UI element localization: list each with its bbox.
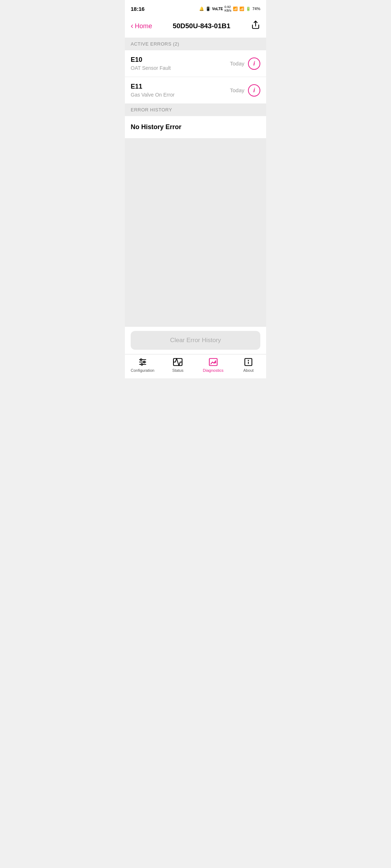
active-errors-list: E10 OAT Sensor Fault Today i E11 Gas Val… [125,50,266,103]
clear-btn-container: Clear Error History [125,326,266,354]
info-button-e11[interactable]: i [248,84,260,97]
data-speed: 0.92KB/s [224,5,231,12]
back-chevron-icon: ‹ [131,22,133,30]
vibrate-icon: 📳 [206,7,211,11]
battery-percent: 74% [252,7,260,11]
error-info-e11: E11 Gas Valve On Error [131,83,230,98]
bottom-nav: Configuration Status Diagnostics About [125,354,266,378]
svg-point-4 [140,359,142,360]
error-item-e10: E10 OAT Sensor Fault Today i [125,50,266,77]
empty-area [125,138,266,326]
nav-item-about[interactable]: About [236,357,261,373]
svg-point-6 [141,363,142,365]
error-code-e10: E10 [131,56,230,64]
no-history-text: No History Error [131,123,181,131]
error-code-e11: E11 [131,83,230,90]
header: ‹ Home 50D50U-843-01B1 [125,16,266,38]
notification-icon: 🔔 [199,7,204,11]
nav-label-configuration: Configuration [131,368,154,373]
clear-error-history-button[interactable]: Clear Error History [131,331,260,350]
diagnostics-icon [209,357,218,367]
battery-icon: 🔋 [246,7,251,11]
about-icon [244,357,253,367]
error-history-section-header: ERROR HISTORY [125,103,266,116]
nav-item-configuration[interactable]: Configuration [130,357,155,373]
info-button-e10[interactable]: i [248,58,260,70]
error-date-e10: Today [230,60,244,67]
error-date-e11: Today [230,87,244,93]
wifi-icon: 📶 [233,7,238,11]
share-button[interactable] [251,20,260,32]
error-desc-e10: OAT Sensor Fault [131,65,230,71]
status-icons: 🔔 📳 VoLTE 0.92KB/s 📶 📶 🔋 74% [199,5,260,12]
status-time: 18:16 [131,6,144,12]
error-meta-e10: Today i [230,58,260,70]
error-item-e11: E11 Gas Valve On Error Today i [125,77,266,103]
no-history-container: No History Error [125,116,266,138]
signal-icon: 📶 [239,7,244,11]
active-errors-section-header: ACTIVE ERRORS (2) [125,38,266,50]
back-button[interactable]: ‹ Home [131,22,152,30]
share-icon [251,20,260,30]
status-icon [173,357,182,367]
configuration-icon [138,357,147,367]
error-info-e10: E10 OAT Sensor Fault [131,56,230,71]
back-label: Home [135,22,152,30]
error-desc-e11: Gas Valve On Error [131,92,230,98]
page-title: 50D50U-843-01B1 [173,22,231,30]
svg-point-5 [143,361,145,363]
nav-item-diagnostics[interactable]: Diagnostics [201,357,226,373]
nav-label-diagnostics: Diagnostics [203,368,223,373]
error-meta-e11: Today i [230,84,260,97]
status-bar: 18:16 🔔 📳 VoLTE 0.92KB/s 📶 📶 🔋 74% [125,0,266,16]
nav-item-status[interactable]: Status [165,357,190,373]
nav-label-status: Status [172,368,184,373]
lte-icon: VoLTE [212,7,223,11]
nav-label-about: About [243,368,254,373]
